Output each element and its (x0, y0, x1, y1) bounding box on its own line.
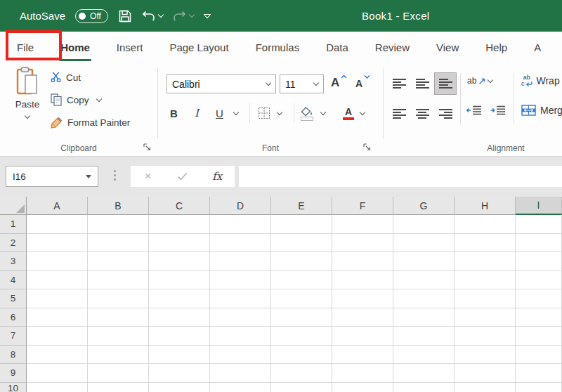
row-header-2[interactable]: 2 (0, 234, 27, 253)
decrease-font-size-button[interactable]: A (355, 74, 370, 93)
tab-page-layout[interactable]: Page Layout (169, 32, 228, 63)
cell-A7[interactable] (27, 327, 88, 346)
cell-D10[interactable] (210, 383, 271, 392)
tab-file[interactable]: File (17, 32, 34, 63)
bold-button[interactable]: B (170, 103, 178, 123)
align-right-button[interactable] (435, 103, 456, 124)
cell-D1[interactable] (210, 215, 271, 234)
cell-A9[interactable] (27, 364, 88, 383)
column-header-C[interactable]: C (149, 197, 210, 215)
name-box[interactable]: I16 (6, 166, 98, 187)
row-header-3[interactable]: 3 (0, 252, 27, 271)
paste-dropdown-icon[interactable] (25, 113, 30, 119)
cell-G2[interactable] (393, 234, 455, 253)
cell-B7[interactable] (88, 327, 149, 346)
cell-I10[interactable] (516, 383, 562, 392)
cell-I7[interactable] (516, 327, 562, 346)
cell-A8[interactable] (27, 346, 88, 365)
row-header-10[interactable]: 10 (0, 383, 27, 392)
cell-E9[interactable] (271, 364, 332, 383)
undo-button[interactable] (142, 11, 163, 22)
tab-data[interactable]: Data (326, 32, 348, 63)
tab-help[interactable]: Help (485, 32, 507, 63)
customize-quick-access-button[interactable] (204, 14, 211, 18)
cell-H8[interactable] (455, 346, 516, 365)
save-button[interactable] (118, 9, 132, 23)
cell-G6[interactable] (393, 308, 455, 327)
cell-B1[interactable] (88, 215, 149, 234)
tab-view[interactable]: View (436, 32, 459, 63)
cell-C1[interactable] (149, 215, 210, 234)
cell-E4[interactable] (271, 271, 332, 290)
row-header-1[interactable]: 1 (0, 215, 27, 234)
copy-dropdown-icon[interactable] (96, 96, 101, 101)
cell-F5[interactable] (332, 289, 393, 308)
cell-C3[interactable] (149, 252, 210, 271)
cell-A3[interactable] (27, 252, 88, 271)
fill-color-dropdown[interactable] (321, 103, 325, 123)
cell-B4[interactable] (88, 271, 149, 290)
cell-F10[interactable] (332, 383, 393, 392)
cell-I6[interactable] (516, 308, 562, 327)
select-all-button[interactable] (0, 197, 27, 215)
borders-button[interactable] (258, 103, 270, 123)
cell-I4[interactable] (516, 271, 562, 290)
row-header-4[interactable]: 4 (0, 271, 27, 290)
cell-C7[interactable] (149, 327, 210, 346)
column-header-I[interactable]: I (516, 197, 562, 215)
undo-dropdown-icon[interactable] (158, 12, 164, 18)
cell-A10[interactable] (27, 383, 88, 392)
cell-B9[interactable] (88, 364, 149, 383)
row-header-5[interactable]: 5 (0, 289, 27, 308)
increase-indent-button[interactable] (490, 105, 506, 115)
cell-B6[interactable] (88, 308, 149, 327)
cell-G9[interactable] (393, 364, 455, 383)
cell-C5[interactable] (149, 289, 210, 308)
cell-G10[interactable] (393, 383, 455, 392)
increase-font-size-button[interactable]: A (331, 74, 347, 93)
cell-H4[interactable] (455, 271, 516, 290)
cell-G8[interactable] (393, 346, 455, 365)
tab-home[interactable]: Home (60, 32, 90, 63)
cell-E1[interactable] (271, 215, 332, 234)
top-align-button[interactable] (388, 73, 410, 94)
name-box-dropdown-icon[interactable] (86, 175, 91, 178)
cell-G1[interactable] (393, 215, 455, 234)
autosave-toggle[interactable]: Off (75, 9, 108, 23)
middle-align-button[interactable] (412, 73, 433, 94)
cell-E10[interactable] (271, 383, 332, 392)
copy-button[interactable]: Copy (51, 91, 101, 108)
cell-H9[interactable] (455, 364, 516, 383)
cell-D5[interactable] (210, 289, 271, 308)
cell-B8[interactable] (88, 346, 149, 365)
clipboard-dialog-launcher[interactable] (143, 143, 152, 152)
align-left-button[interactable] (388, 103, 410, 124)
cell-A4[interactable] (27, 271, 88, 290)
cell-D8[interactable] (210, 346, 271, 365)
cell-G5[interactable] (393, 289, 455, 308)
cell-E7[interactable] (271, 327, 332, 346)
cell-I9[interactable] (516, 364, 562, 383)
orientation-dropdown-icon[interactable] (488, 77, 493, 82)
cell-D3[interactable] (210, 252, 271, 271)
tab-formulas[interactable]: Formulas (256, 32, 300, 63)
cell-H7[interactable] (455, 327, 516, 346)
cell-G4[interactable] (393, 271, 455, 290)
insert-function-button[interactable]: fx (200, 166, 235, 187)
underline-dropdown[interactable] (234, 103, 238, 123)
font-size-select[interactable]: 11 (280, 74, 324, 93)
fill-color-button[interactable] (300, 103, 314, 123)
cell-C10[interactable] (149, 383, 210, 392)
tab-insert[interactable]: Insert (117, 32, 143, 63)
cell-H1[interactable] (455, 215, 516, 234)
column-header-F[interactable]: F (332, 197, 393, 215)
cell-E5[interactable] (271, 289, 332, 308)
align-center-button[interactable] (412, 103, 433, 124)
cell-A2[interactable] (27, 234, 88, 253)
column-header-B[interactable]: B (88, 197, 149, 215)
cell-B10[interactable] (88, 383, 149, 392)
row-header-7[interactable]: 7 (0, 327, 27, 346)
cell-H6[interactable] (455, 308, 516, 327)
tab-review[interactable]: Review (375, 32, 410, 63)
cell-C8[interactable] (149, 346, 210, 365)
